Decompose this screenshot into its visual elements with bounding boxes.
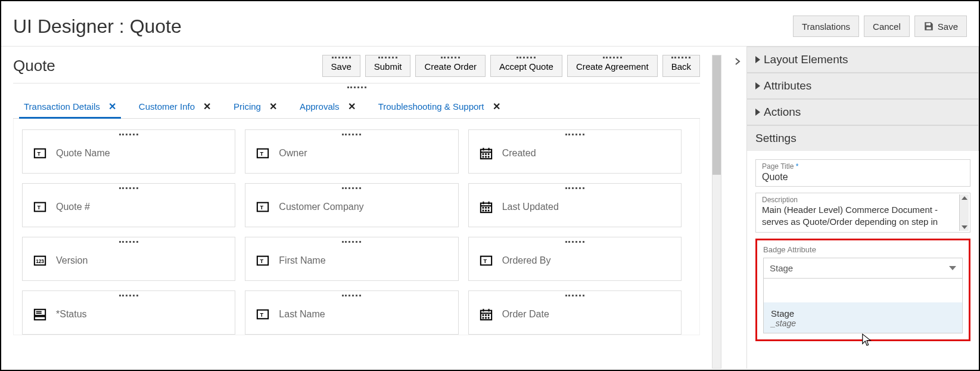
canvas-title: Quote <box>13 57 55 75</box>
field-grid: TQuote NameTOwnerCreatedTQuote #TCustome… <box>13 119 700 335</box>
text-field-icon: T <box>256 147 269 160</box>
chevron-down-icon <box>949 266 956 270</box>
cursor-icon <box>861 333 872 347</box>
field-label: Ordered By <box>502 255 551 266</box>
scrollbar-thumb[interactable] <box>713 55 721 175</box>
tab-troubleshooting[interactable]: Troubleshooting & Support ✕ <box>376 95 503 118</box>
svg-rect-35 <box>35 310 45 316</box>
field-cell[interactable]: TOrdered By <box>468 237 682 281</box>
field-label: Quote Name <box>56 148 110 159</box>
svg-rect-11 <box>487 153 489 155</box>
svg-text:T: T <box>483 258 487 264</box>
number-field-icon: 123 <box>33 254 46 267</box>
field-label: Last Name <box>279 309 325 320</box>
tab-label: Approvals <box>300 101 340 112</box>
field-label: Quote # <box>56 202 90 212</box>
translations-button[interactable]: Translations <box>793 16 859 37</box>
action-create-agreement-button[interactable]: Create Agreement <box>567 55 658 77</box>
action-back-button[interactable]: Back <box>662 55 700 77</box>
field-cell[interactable]: *Status <box>22 290 235 335</box>
close-icon[interactable]: ✕ <box>493 101 500 112</box>
svg-rect-23 <box>482 207 484 209</box>
badge-attribute-group: Badge Attribute Stage Stage _stage <box>755 239 970 341</box>
svg-rect-48 <box>482 317 484 319</box>
field-cell[interactable]: TQuote # <box>22 183 235 227</box>
cancel-button[interactable]: Cancel <box>864 16 910 37</box>
svg-text:T: T <box>37 205 41 211</box>
svg-rect-24 <box>485 207 487 209</box>
canvas-divider <box>13 83 700 91</box>
svg-rect-50 <box>487 317 489 319</box>
svg-rect-49 <box>485 317 487 319</box>
option-label: Stage <box>771 308 955 319</box>
section-attributes[interactable]: Attributes <box>747 73 979 99</box>
field-cell[interactable]: Order Date <box>468 290 682 335</box>
svg-text:123: 123 <box>36 259 44 264</box>
field-label: *Status <box>56 309 87 320</box>
field-cell[interactable]: TCustomer Company <box>245 183 458 227</box>
tab-pricing[interactable]: Pricing ✕ <box>231 95 279 118</box>
svg-text:T: T <box>37 151 41 157</box>
field-label: Owner <box>279 148 307 159</box>
field-label: First Name <box>279 255 325 266</box>
action-accept-quote-button[interactable]: Accept Quote <box>490 55 562 77</box>
description-field[interactable]: Description Main (Header Level) Commerce… <box>755 193 970 233</box>
caret-right-icon <box>755 56 760 63</box>
svg-text:T: T <box>260 151 264 157</box>
calendar-icon <box>480 200 493 214</box>
field-cell[interactable]: 123Version <box>22 237 235 281</box>
field-cell[interactable]: TQuote Name <box>22 129 235 174</box>
close-icon[interactable]: ✕ <box>108 101 116 112</box>
svg-text:T: T <box>260 312 264 318</box>
svg-rect-46 <box>485 314 487 316</box>
section-settings[interactable]: Settings <box>747 125 979 151</box>
svg-rect-0 <box>929 23 930 26</box>
collapse-panel-arrow[interactable] <box>729 47 746 369</box>
svg-rect-27 <box>485 210 487 212</box>
svg-rect-36 <box>35 317 45 320</box>
field-label: Created <box>502 148 536 159</box>
canvas-area: Quote Save Submit Create Order Accept Qu… <box>1 47 729 369</box>
text-field-icon: T <box>256 308 269 321</box>
page-title-field[interactable]: Page Title * Quote <box>755 159 970 187</box>
badge-attribute-select[interactable]: Stage <box>763 258 963 279</box>
close-icon[interactable]: ✕ <box>203 101 211 112</box>
caret-right-icon <box>755 82 760 89</box>
required-star: * <box>796 162 799 171</box>
field-cell[interactable]: Last Updated <box>468 183 682 227</box>
dropdown-option-blank[interactable] <box>764 279 962 302</box>
field-cell[interactable]: TFirst Name <box>245 237 458 281</box>
field-label: Description <box>762 196 964 204</box>
canvas-scrollbar[interactable] <box>712 55 721 369</box>
action-save-button[interactable]: Save <box>322 55 360 77</box>
field-label: Last Updated <box>502 202 559 212</box>
action-submit-button[interactable]: Submit <box>365 55 411 77</box>
section-label: Attributes <box>764 79 811 92</box>
close-icon[interactable]: ✕ <box>269 101 277 112</box>
section-layout-elements[interactable]: Layout Elements <box>747 47 979 73</box>
section-actions[interactable]: Actions <box>747 99 979 125</box>
svg-rect-10 <box>485 153 487 155</box>
tab-transaction-details[interactable]: Transaction Details ✕ <box>21 95 119 118</box>
close-icon[interactable]: ✕ <box>348 101 356 112</box>
tab-label: Transaction Details <box>24 101 100 112</box>
section-label: Layout Elements <box>764 53 848 66</box>
action-create-order-button[interactable]: Create Order <box>415 55 486 77</box>
field-cell[interactable]: TOwner <box>245 129 458 174</box>
field-cell[interactable]: Created <box>468 129 682 174</box>
dropdown-option-stage[interactable]: Stage _stage <box>764 302 962 333</box>
textarea-spinner[interactable] <box>959 194 969 231</box>
tab-customer-info[interactable]: Customer Info ✕ <box>136 95 213 118</box>
tabs-bar: Transaction Details ✕ Customer Info ✕ Pr… <box>13 91 700 119</box>
save-button[interactable]: Save <box>914 16 967 37</box>
svg-rect-12 <box>482 156 484 158</box>
save-button-label: Save <box>938 21 958 32</box>
text-field-icon: T <box>256 254 269 267</box>
tab-approvals[interactable]: Approvals ✕ <box>297 95 358 118</box>
field-cell[interactable]: TLast Name <box>245 290 458 335</box>
option-sublabel: _stage <box>771 319 955 328</box>
settings-body: Page Title * Quote Description Main (Hea… <box>747 151 979 350</box>
field-label: Page Title * <box>762 162 964 171</box>
svg-rect-26 <box>482 210 484 212</box>
text-field-icon: T <box>256 200 269 214</box>
